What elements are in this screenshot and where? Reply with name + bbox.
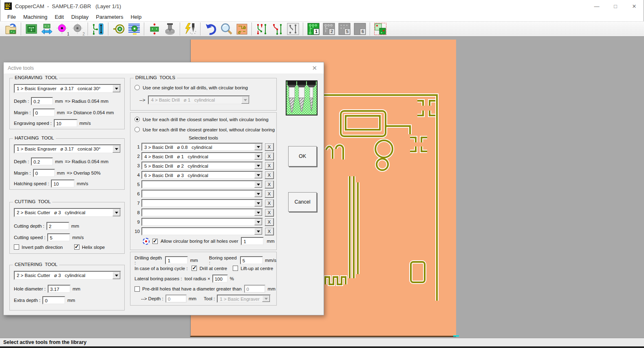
predrill-checkbox[interactable] [135, 286, 140, 292]
centering-tool-select[interactable]: 2 > Basic Cutter ø 3 cylindrical [14, 271, 121, 280]
selected-tool-select-8[interactable] [141, 208, 263, 217]
selected-tool-select-7[interactable] [141, 199, 263, 207]
remove-tool-button-4[interactable]: X [265, 171, 274, 179]
selected-tool-select-4[interactable]: 6 > Basic Drill ø 3 cylindrical [141, 171, 263, 179]
cutting-legend: CUTTING TOOL [13, 199, 52, 204]
remove-tool-button-10[interactable]: X [265, 227, 274, 235]
single-tool-radio[interactable] [135, 85, 140, 90]
new-board-icon[interactable] [24, 22, 38, 36]
menu-help[interactable]: Help [127, 13, 145, 21]
board-preview-icon[interactable] [235, 22, 249, 36]
allow-boring-checkbox[interactable] [152, 239, 158, 244]
drill-at-centre-checkbox[interactable] [192, 266, 197, 271]
menu-parameters[interactable]: Parameters [92, 13, 127, 21]
boring-threshold-input[interactable]: 1 [241, 237, 264, 245]
menu-edit[interactable]: Edit [51, 13, 67, 21]
maximize-icon[interactable]: □ [606, 0, 625, 12]
remove-tool-button-5[interactable]: X [265, 180, 274, 188]
contour-pads-icon[interactable] [112, 22, 126, 36]
engraving-tool-select[interactable]: 1 > Basic Engraver ø 3.17 conical 30° [14, 84, 121, 93]
selected-tool-select-10[interactable] [141, 227, 263, 235]
menu-display[interactable]: Display [68, 13, 93, 21]
chevron-down-icon[interactable] [112, 85, 120, 92]
remove-tool-button-8[interactable]: X [265, 208, 274, 217]
cancel-button[interactable]: Cancel [288, 192, 317, 212]
liftup-at-centre-checkbox[interactable] [233, 266, 238, 271]
invert-path-checkbox[interactable] [14, 244, 19, 250]
engraving-speed-input[interactable]: 10 [54, 119, 77, 127]
chevron-down-icon[interactable] [254, 200, 262, 206]
chevron-down-icon[interactable] [254, 191, 262, 197]
tracks-red-green-a-icon[interactable] [255, 22, 269, 36]
drilling-depth-input[interactable]: 1 [165, 256, 188, 264]
boring-speed-input[interactable]: 5 [240, 256, 263, 264]
selected-tool-row: 10 X [134, 227, 274, 235]
board-dimensions-icon[interactable] [40, 22, 54, 36]
menu-machining[interactable]: Machining [20, 13, 51, 21]
remove-tool-button-3[interactable]: X [265, 162, 274, 170]
pad-tool-2-icon[interactable]: 2 [71, 22, 85, 36]
chevron-down-icon[interactable] [112, 209, 120, 216]
hatch-areas-icon[interactable] [127, 22, 141, 36]
undo-icon[interactable] [204, 22, 218, 36]
layer-1-label: 1 [313, 29, 319, 35]
selected-tool-select-9[interactable] [141, 218, 263, 226]
cutting-tool-select[interactable]: 2 > Basic Cutter ø 3 cylindrical [14, 208, 121, 217]
helix-slope-checkbox[interactable] [74, 244, 79, 250]
title-bar[interactable]: CopperCAM - SAMPLE-7.GBR (Layer 1/1) — □… [0, 0, 644, 12]
cutting-depth-input[interactable]: 2 [46, 222, 69, 230]
layer-2-icon[interactable]: 2 [322, 22, 336, 36]
hatching-tool-select[interactable]: 1 > Basic Engraver ø 3.17 conical 30° [14, 144, 121, 153]
close-icon[interactable]: ✕ [625, 0, 644, 12]
remove-tool-button-1[interactable]: X [265, 143, 274, 151]
chevron-down-icon[interactable] [254, 144, 262, 150]
closest-greater-radio[interactable] [135, 127, 140, 132]
layers-overlay-icon[interactable] [373, 22, 387, 36]
engraving-margin-input[interactable]: 0 [33, 109, 55, 117]
extra-depth-input[interactable]: 0 [42, 296, 65, 304]
pad-tool-1-icon[interactable]: 1 [55, 22, 69, 36]
hatching-speed-input[interactable]: 10 [51, 180, 75, 188]
menu-file[interactable]: File [4, 13, 20, 21]
selected-tool-select-5[interactable] [141, 180, 263, 188]
select-tracks-icon[interactable] [91, 22, 105, 36]
selected-tool-select-1[interactable]: 3 > Basic Drill ø 0.8 cylindrical [141, 143, 263, 151]
engraving-depth-input[interactable]: 0.2 [31, 97, 53, 105]
layer-1-icon[interactable]: 1 [307, 22, 320, 36]
cutting-speed-input[interactable]: 5 [47, 233, 70, 242]
hatching-depth-input[interactable]: 0.2 [31, 157, 53, 166]
open-file-icon[interactable] [4, 22, 18, 36]
mill-board-icon[interactable] [163, 22, 177, 36]
remove-tool-button-9[interactable]: X [265, 218, 274, 226]
tracks-gray-icon[interactable] [286, 22, 300, 36]
chevron-down-icon[interactable] [254, 162, 262, 169]
chevron-down-icon[interactable] [112, 145, 120, 153]
hatching-margin-input[interactable]: 0 [33, 169, 55, 177]
chevron-down-icon[interactable] [254, 181, 262, 188]
selected-tool-select-2[interactable]: 4 > Basic Drill ø 1 cylindrical [141, 152, 263, 160]
tracks-red-green-b-icon[interactable] [271, 22, 285, 36]
hole-diameter-input[interactable]: 3.17 [48, 285, 71, 293]
zoom-icon[interactable] [219, 22, 233, 36]
chevron-down-icon[interactable] [112, 272, 120, 279]
closest-smaller-radio[interactable] [135, 117, 140, 122]
layer-6-icon[interactable]: 6 [353, 22, 367, 36]
ok-button[interactable]: OK [288, 146, 317, 166]
lateral-boring-input[interactable]: 100 [212, 275, 228, 283]
remove-tool-button-2[interactable]: X [265, 152, 274, 160]
remove-tool-button-6[interactable]: X [265, 190, 274, 198]
dialog-close-icon[interactable]: ✕ [309, 64, 320, 72]
minimize-icon[interactable]: — [587, 0, 606, 12]
chevron-down-icon[interactable] [254, 228, 262, 235]
selected-tool-select-6[interactable] [141, 190, 263, 198]
chevron-down-icon[interactable] [254, 172, 262, 178]
chevron-down-icon[interactable] [254, 209, 262, 216]
drill-holes-icon[interactable] [148, 22, 161, 36]
dialog-title-bar[interactable]: Active tools ✕ [4, 62, 324, 73]
chevron-down-icon[interactable] [254, 219, 262, 225]
remove-tool-button-7[interactable]: X [265, 199, 274, 207]
chevron-down-icon[interactable] [254, 153, 262, 160]
engrave-run-icon[interactable] [183, 22, 197, 36]
layer-5-icon[interactable]: 5 [337, 22, 351, 36]
selected-tool-select-3[interactable]: 5 > Basic Drill ø 2 cylindrical [141, 162, 263, 170]
